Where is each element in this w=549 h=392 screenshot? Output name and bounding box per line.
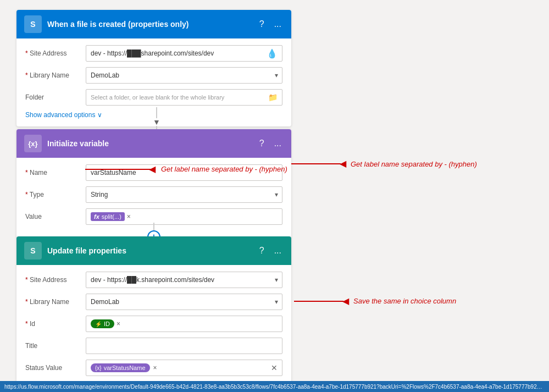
card3-id-label: Id [25, 320, 86, 328]
card1-site-address-label: Site Address [25, 49, 86, 57]
annotation-1-text: Get label name separated by - (hyphen) [161, 165, 287, 173]
card3-status-clear[interactable]: ✕ [271, 363, 278, 372]
card3-library-row: Library Name DemoLab ▾ [25, 294, 282, 310]
card3-status-label: Status Value [25, 364, 86, 372]
annotation-2-line [294, 301, 343, 302]
card1-actions: ? ... [257, 18, 284, 30]
card3-title-input[interactable] [86, 338, 282, 354]
card1-library-label: Library Name [25, 71, 86, 79]
card2-value-field[interactable]: fx split(...) × [86, 208, 282, 225]
card3-actions: ? ... [257, 245, 284, 257]
card3-title-label: Title [25, 342, 86, 350]
card1-library-row: Library Name DemoLab ▾ [25, 67, 282, 84]
annotation-2-arrowhead: ◀ [342, 296, 349, 306]
card3-icon: S [24, 242, 42, 260]
card3-site-address-select[interactable]: dev - https://██k.sharepoint.com/sites/d… [86, 272, 282, 288]
card-initialize-variable: {x} Initialize variable ? ... Name Type … [16, 129, 291, 238]
connector-1-line-top [156, 107, 157, 118]
card3-id-chip: ⚡ ID [91, 319, 114, 328]
connector-2-line-top [153, 223, 154, 230]
card1-library-select[interactable]: DemoLab [86, 67, 282, 84]
card1-header: S When a file is created (properties onl… [16, 10, 291, 38]
card3-header: S Update file properties ? ... [16, 236, 291, 265]
card1-icon: S [24, 15, 42, 33]
card2-type-dropdown[interactable]: String ▾ [86, 186, 282, 203]
card1-more-button[interactable]: ... [272, 18, 284, 30]
card3-site-address-dropdown[interactable]: dev - https://██k.sharepoint.com/sites/d… [86, 272, 282, 288]
card2-type-row: Type String ▾ [25, 186, 282, 203]
card3-status-row: Status Value {x} varStatusName × ✕ [25, 360, 282, 376]
card3-library-label: Library Name [25, 298, 86, 306]
card2-name-label: Name [25, 169, 86, 176]
annotation-2-text: Save the same in choice column [353, 297, 456, 305]
card1-library-dropdown[interactable]: DemoLab ▾ [86, 67, 282, 84]
card1-folder-browse-button[interactable]: 📁 [268, 93, 278, 102]
card3-more-button[interactable]: ... [272, 245, 284, 257]
card1-help-button[interactable]: ? [257, 18, 267, 30]
card2-type-select[interactable]: String [86, 186, 282, 203]
card3-id-row: Id ⚡ ID × [25, 316, 282, 332]
card3-site-address-row: Site Address dev - https://██k.sharepoin… [25, 272, 282, 288]
card3-body: Site Address dev - https://██k.sharepoin… [16, 265, 291, 392]
connector-1: ▼ [153, 107, 160, 131]
card3-id-chip-icon: ⚡ [95, 321, 102, 327]
card3-status-chip-remove[interactable]: × [153, 364, 157, 372]
card2-more-button[interactable]: ... [272, 137, 284, 150]
fx-icon: fx [94, 213, 99, 220]
card2-help-button[interactable]: ? [257, 137, 267, 150]
card3-title-row: Title [25, 338, 282, 354]
annotation-2-container: ◀ Save the same in choice column [294, 296, 456, 306]
card3-status-chip: {x} varStatusName [91, 363, 150, 372]
card2-fx-chip: fx split(...) [91, 212, 125, 221]
card1-site-address-input[interactable]: dev - https://███sharepoint.com/sites/de… [86, 45, 282, 62]
card1-folder-label: Folder [25, 93, 86, 101]
main-canvas: S When a file is created (properties onl… [0, 0, 549, 392]
card2-title: Initialize variable [47, 139, 257, 148]
card1-folder-input[interactable]: Select a folder, or leave blank for the … [86, 89, 282, 106]
annotation-1-container: ◀ Get label name separated by - (hyphen) [291, 159, 477, 168]
card2-fx-clear[interactable]: × [127, 213, 131, 220]
card1-title: When a file is created (properties only) [47, 20, 257, 29]
card1-chevron-down-icon: ∨ [97, 111, 102, 119]
connector-1-arrow: ▼ [153, 118, 160, 126]
card3-library-select[interactable]: DemoLab [86, 294, 282, 310]
card3-help-button[interactable]: ? [257, 245, 267, 257]
card3-title: Update file properties [47, 246, 257, 255]
card3-site-address-label: Site Address [25, 276, 86, 284]
card3-status-chip-icon: {x} [95, 365, 102, 371]
card1-site-address-row: Site Address dev - https://███sharepoint… [25, 45, 282, 62]
status-bar: https://us.flow.microsoft.com/manage/env… [0, 381, 549, 392]
card3-id-field[interactable]: ⚡ ID × [86, 316, 282, 332]
card3-id-clear[interactable]: × [117, 320, 120, 328]
card2-icon: {x} [24, 135, 42, 152]
card1-folder-row: Folder Select a folder, or leave blank f… [25, 89, 282, 106]
status-bar-url: https://us.flow.microsoft.com/manage/env… [4, 384, 545, 390]
card3-library-dropdown[interactable]: DemoLab ▾ [86, 294, 282, 310]
card2-value-label: Value [25, 213, 86, 220]
card1-show-advanced-button[interactable]: Show advanced options ∨ [25, 111, 102, 119]
card-update-file-properties: S Update file properties ? ... Site Addr… [16, 236, 291, 392]
annotation-1-arrow: ◀ [85, 164, 156, 174]
card2-header: {x} Initialize variable ? ... [16, 129, 291, 158]
card2-type-label: Type [25, 191, 86, 198]
annotation-hyphen-text: Get label name separated by - (hyphen) [351, 160, 477, 168]
card2-actions: ? ... [257, 137, 284, 150]
drop-icon: 💧 [267, 48, 278, 59]
card3-status-field[interactable]: {x} varStatusName × ✕ [86, 360, 282, 376]
